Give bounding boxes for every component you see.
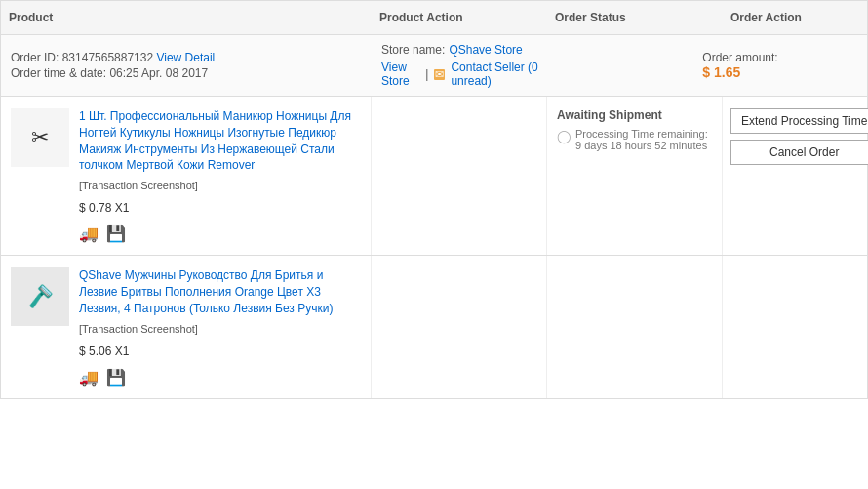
product-cell-2: 🪒 QShave Мужчины Руководство Для Бритья … [1, 256, 372, 397]
save-icon-1[interactable]: 💾 [106, 224, 126, 243]
product-details-1: 1 Шт. Профессиональный Маникюр Ножницы Д… [79, 108, 361, 243]
product-row-2: 🪒 QShave Мужчины Руководство Для Бритья … [0, 255, 868, 398]
product-price-1: $ 0.78 X1 [79, 201, 361, 215]
store-name-line: Store name: QShave Store [381, 43, 540, 57]
view-detail-link[interactable]: View Detail [156, 51, 215, 64]
product-title-link-2[interactable]: QShave Мужчины Руководство Для Бритья и … [79, 267, 361, 316]
order-id-value: 83147565887132 [62, 51, 153, 64]
shipping-icon-2[interactable]: 🚚 [79, 368, 99, 387]
order-time-line: Order time & date: 06:25 Apr. 08 2017 [11, 66, 381, 80]
extend-processing-btn[interactable]: Extend Processing Time [730, 108, 868, 134]
shipping-icon-1[interactable]: 🚚 [79, 224, 99, 243]
product-image-2: 🪒 [11, 267, 69, 326]
product-title-link-1[interactable]: 1 Шт. Профессиональный Маникюр Ножницы Д… [79, 108, 361, 174]
transaction-screenshot-1[interactable]: [Transaction Screenshot] [79, 180, 361, 191]
product-image-1: ✂ [11, 108, 69, 167]
product-price-2: $ 5.06 X1 [79, 345, 361, 358]
store-actions: View Store | Contact Seller (0 unread) [381, 61, 540, 88]
order-time-label: Order time & date: [11, 66, 106, 80]
order-id-line: Order ID: 83147565887132 View Detail [11, 51, 381, 64]
clock-icon: ◯ [557, 129, 572, 143]
product-quantity-1: X1 [115, 201, 130, 215]
product-row-1: ✂ 1 Шт. Профессиональный Маникюр Ножницы… [0, 96, 868, 255]
processing-time: ◯ Processing Time remaining: 9 days 18 h… [557, 128, 712, 151]
col-product: Product [9, 11, 379, 24]
save-icon-2[interactable]: 💾 [106, 368, 126, 387]
product-action-cell-1 [372, 97, 547, 255]
view-store-link[interactable]: View Store [381, 61, 419, 88]
order-time-value: 06:25 Apr. 08 2017 [109, 66, 208, 80]
product-cell-1: ✂ 1 Шт. Профессиональный Маникюр Ножницы… [1, 97, 372, 255]
status-cell-1: Awaiting Shipment ◯ Processing Time rema… [547, 97, 723, 255]
product-icon-row-2: 🚚 💾 [79, 368, 361, 387]
transaction-screenshot-2[interactable]: [Transaction Screenshot] [79, 323, 361, 335]
col-product-action: Product Action [379, 11, 555, 24]
status-text: Awaiting Shipment [557, 108, 712, 122]
product-action-cell-2 [372, 256, 547, 397]
store-info-section: Store name: QShave Store View Store | Co… [381, 43, 540, 88]
order-id-section: Order ID: 83147565887132 View Detail Ord… [11, 51, 381, 80]
order-info-row: Order ID: 83147565887132 View Detail Ord… [0, 34, 868, 96]
envelope-icon [434, 69, 445, 80]
order-amount-label: Order amount: [702, 51, 857, 64]
product-thumbnail-1: ✂ [31, 125, 49, 150]
product-thumbnail-2: 🪒 [27, 284, 54, 309]
store-label: Store name: [381, 43, 445, 57]
products-container: ✂ 1 Шт. Профессиональный Маникюр Ножницы… [0, 96, 868, 399]
table-header: Product Product Action Order Status Orde… [0, 0, 868, 34]
order-amount-section: Order amount: $ 1.65 [698, 51, 857, 80]
product-icon-row-1: 🚚 💾 [79, 224, 361, 243]
separator: | [425, 67, 428, 81]
order-amount-value: $ 1.65 [702, 64, 857, 80]
product-quantity-2: X1 [115, 345, 130, 358]
action-cell-1: Extend Processing Time Cancel Order [723, 97, 868, 255]
order-id-label: Order ID: [11, 51, 59, 64]
product-details-2: QShave Мужчины Руководство Для Бритья и … [79, 267, 361, 386]
action-cell-2 [723, 256, 867, 397]
col-order-status: Order Status [555, 11, 730, 24]
col-order-action: Order Action [730, 11, 859, 24]
cancel-order-btn[interactable]: Cancel Order [730, 140, 868, 165]
processing-label: Processing Time remaining: 9 days 18 hou… [575, 128, 712, 151]
contact-seller-link[interactable]: Contact Seller (0 unread) [451, 61, 539, 88]
store-name-link[interactable]: QShave Store [449, 43, 522, 57]
status-cell-2 [547, 256, 723, 397]
